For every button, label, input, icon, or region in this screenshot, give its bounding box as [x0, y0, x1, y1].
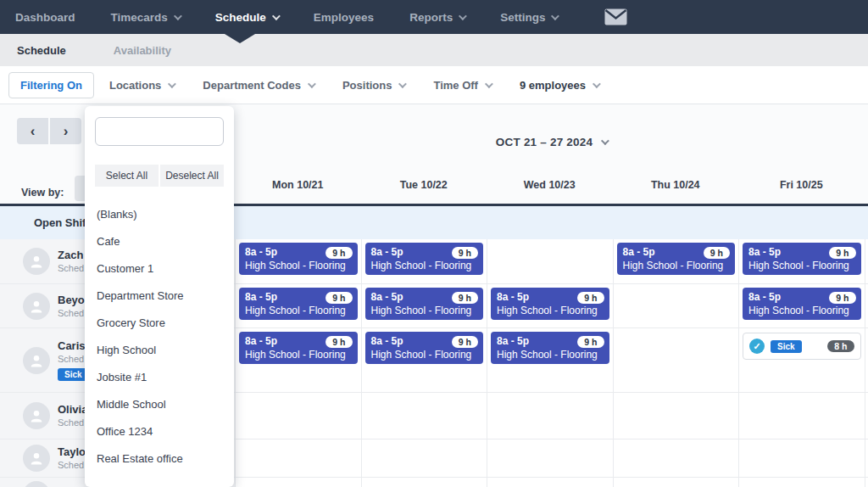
location-option[interactable]: Real Estate office	[95, 445, 224, 472]
schedule-cell[interactable]: 8a - 5pHigh School - Flooring9 h	[613, 239, 739, 283]
next-week-button[interactable]: ›	[50, 118, 81, 144]
schedule-cell[interactable]	[487, 239, 613, 283]
filter-dropdown-positions[interactable]: Positions	[342, 79, 405, 92]
filter-dropdown-locations[interactable]: Locations	[109, 79, 174, 92]
schedule-cell[interactable]	[235, 478, 361, 487]
shift-card[interactable]: 8a - 5pHigh School - Flooring9 h	[239, 243, 358, 275]
schedule-cell[interactable]	[613, 439, 739, 477]
day-header: Wed 10/23	[487, 179, 613, 191]
grid-edge-sliver	[865, 478, 868, 487]
shift-hours-badge: 9 h	[829, 247, 855, 259]
chevron-down-icon	[459, 12, 467, 20]
grid-edge-sliver	[865, 439, 868, 477]
shift-card[interactable]: 8a - 5pHigh School - Flooring9 h	[617, 243, 736, 275]
filtering-on-button[interactable]: Filtering On	[8, 72, 94, 98]
shift-card[interactable]: 8a - 5pHigh School - Flooring9 h	[743, 243, 861, 275]
filter-dropdown-department-codes[interactable]: Department Codes	[203, 79, 314, 92]
schedule-cell[interactable]	[613, 328, 739, 392]
employee-subtitle: Sched	[58, 459, 86, 471]
schedule-cell[interactable]	[613, 284, 739, 327]
grid-edge-sliver	[865, 239, 868, 283]
employee-info: TayloSched	[58, 445, 86, 471]
nav-item-employees[interactable]: Employees	[314, 11, 374, 24]
location-option[interactable]: Customer 1	[95, 255, 224, 282]
shift-location: High School - Flooring	[245, 304, 352, 317]
location-option[interactable]: High School	[95, 336, 224, 363]
employees-filter-label: 9 employees	[520, 79, 586, 92]
shift-hours-badge: 9 h	[577, 336, 604, 348]
chevron-down-icon	[174, 12, 182, 20]
schedule-cell[interactable]: ✓Sick8 h	[738, 328, 865, 392]
nav-item-label: Dashboard	[15, 11, 75, 24]
chevron-down-icon	[551, 12, 559, 20]
tab-schedule[interactable]: Schedule	[17, 44, 66, 57]
location-option[interactable]: Office 1234	[95, 417, 224, 445]
shift-card[interactable]: 8a - 5pHigh School - Flooring9 h	[365, 243, 484, 275]
avatar	[23, 347, 50, 374]
location-option[interactable]: (Blanks)	[95, 200, 224, 227]
schedule-cell[interactable]: 8a - 5pHigh School - Flooring9 h	[235, 239, 361, 283]
select-all-button[interactable]: Select All	[95, 165, 159, 187]
shift-card[interactable]: 8a - 5pHigh School - Flooring9 h	[365, 332, 484, 364]
schedule-cell[interactable]	[613, 478, 739, 487]
shift-card[interactable]: 8a - 5pHigh School - Flooring9 h	[491, 288, 609, 320]
day-header: Fri 10/25	[738, 179, 865, 191]
schedule-cell[interactable]	[487, 439, 613, 477]
schedule-cell[interactable]	[235, 393, 361, 439]
schedule-cell[interactable]	[738, 478, 865, 487]
schedule-cell[interactable]	[613, 393, 739, 439]
schedule-cell[interactable]: 8a - 5pHigh School - Flooring9 h	[235, 328, 361, 392]
schedule-cell[interactable]	[361, 393, 487, 439]
timeoff-card[interactable]: ✓Sick8 h	[743, 333, 861, 360]
nav-item-reports[interactable]: Reports	[409, 11, 465, 24]
schedule-cell[interactable]: 8a - 5pHigh School - Flooring9 h	[361, 239, 487, 283]
chevron-down-icon	[168, 80, 176, 88]
schedule-cell[interactable]	[361, 439, 487, 477]
location-option[interactable]: Cafe	[95, 227, 224, 255]
shift-card[interactable]: 8a - 5pHigh School - Flooring9 h	[491, 332, 609, 364]
schedule-cell[interactable]	[361, 478, 487, 487]
employees-filter-dropdown[interactable]: 9 employees	[520, 79, 598, 92]
schedule-cell[interactable]: 8a - 5pHigh School - Flooring9 h	[738, 284, 865, 327]
locations-search-input[interactable]	[95, 117, 224, 146]
shift-location: High School - Flooring	[371, 348, 478, 361]
schedule-cell[interactable]: 8a - 5pHigh School - Flooring9 h	[235, 284, 361, 327]
deselect-all-button[interactable]: Deselect All	[160, 165, 224, 187]
schedule-cell[interactable]: 8a - 5pHigh School - Flooring9 h	[487, 284, 613, 327]
schedule-cell[interactable]	[738, 439, 865, 477]
schedule-cell[interactable]: 8a - 5pHigh School - Flooring9 h	[361, 328, 487, 392]
chevron-down-icon	[593, 80, 601, 88]
schedule-cell[interactable]: 8a - 5pHigh School - Flooring9 h	[361, 284, 487, 327]
previous-week-button[interactable]: ‹	[17, 118, 48, 144]
shift-card[interactable]: 8a - 5pHigh School - Flooring9 h	[239, 288, 358, 320]
schedule-cell[interactable]	[738, 393, 865, 439]
location-option[interactable]: Department Store	[95, 282, 224, 309]
view-by-label: View by:	[21, 187, 64, 199]
location-option[interactable]: Jobsite #1	[95, 363, 224, 390]
location-option[interactable]: Grocery Store	[95, 309, 224, 336]
shift-card[interactable]: 8a - 5pHigh School - Flooring9 h	[365, 288, 484, 320]
location-option[interactable]: Middle School	[95, 390, 224, 417]
shift-card[interactable]: 8a - 5pHigh School - Flooring9 h	[239, 332, 358, 364]
schedule-cell[interactable]	[487, 478, 613, 487]
chevron-down-icon	[398, 80, 407, 88]
nav-item-dashboard[interactable]: Dashboard	[15, 11, 75, 24]
nav-item-schedule[interactable]: Schedule	[215, 11, 278, 24]
tab-availability[interactable]: Availability	[114, 44, 171, 57]
messages-button[interactable]	[604, 8, 627, 25]
day-header: Thu 10/24	[613, 179, 739, 191]
schedule-cell[interactable]: 8a - 5pHigh School - Flooring9 h	[487, 328, 613, 392]
employee-name: Zach	[58, 249, 84, 262]
schedule-cell[interactable]: 8a - 5pHigh School - Flooring9 h	[738, 239, 865, 283]
timeoff-hours-badge: 8 h	[827, 340, 854, 352]
filter-dropdown-time-off[interactable]: Time Off	[433, 79, 491, 92]
nav-item-timecards[interactable]: Timecards	[111, 11, 180, 24]
shift-hours-badge: 9 h	[452, 247, 478, 259]
date-range-dropdown[interactable]: OCT 21 – 27 2024	[235, 136, 868, 148]
shift-hours-badge: 9 h	[326, 336, 352, 348]
schedule-cell[interactable]	[235, 439, 361, 477]
nav-item-settings[interactable]: Settings	[500, 11, 557, 24]
shift-hours-badge: 9 h	[452, 336, 478, 348]
shift-card[interactable]: 8a - 5pHigh School - Flooring9 h	[743, 288, 861, 320]
schedule-cell[interactable]	[487, 393, 613, 439]
